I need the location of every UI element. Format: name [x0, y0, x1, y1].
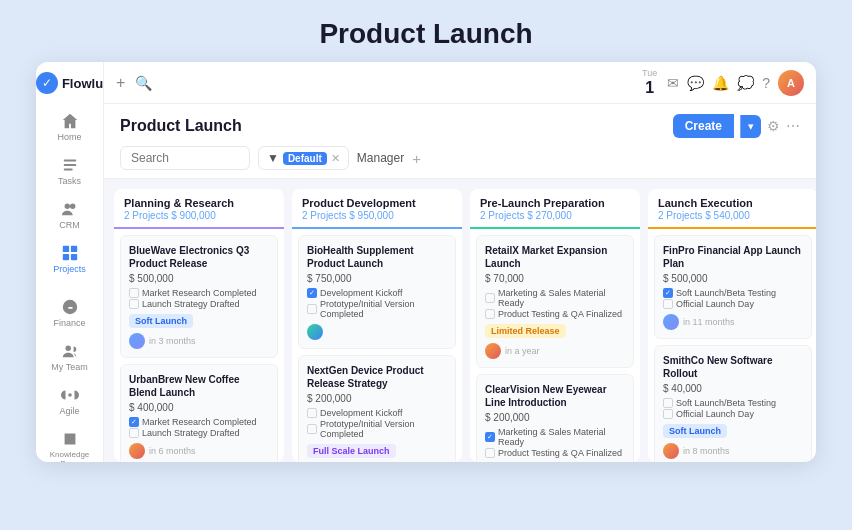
sidebar-label-agile: Agile: [59, 406, 79, 416]
card-title: FinPro Financial App Launch Plan: [663, 244, 803, 270]
column-title-execution: Launch Execution: [658, 197, 808, 209]
chat-icon[interactable]: 💬: [687, 75, 704, 91]
task-label: Market Research Completed: [142, 417, 257, 427]
card[interactable]: NextGen Device Product Release Strategy$…: [298, 355, 456, 462]
filter-icon: ▼: [267, 151, 279, 165]
card[interactable]: BlueWave Electronics Q3 Product Release$…: [120, 235, 278, 358]
bell-icon[interactable]: 🔔: [712, 75, 729, 91]
column-prelaunch: Pre-Launch Preparation2 Projects $ 270,0…: [470, 189, 640, 462]
task-label: Marketing & Sales Material Ready: [498, 427, 625, 447]
task-label: Market Research Completed: [142, 288, 257, 298]
add-button[interactable]: +: [116, 74, 125, 92]
filter-clear-icon[interactable]: ✕: [331, 152, 340, 165]
task-unchecked-icon[interactable]: [485, 309, 495, 319]
card-footer: [307, 324, 447, 340]
filter-button[interactable]: ▼ Default ✕: [258, 146, 349, 170]
more-options-button[interactable]: ⋯: [786, 118, 800, 134]
task-unchecked-icon[interactable]: [129, 299, 139, 309]
task-unchecked-icon[interactable]: [663, 398, 673, 408]
projects-icon: [61, 244, 79, 262]
column-title-planning: Planning & Research: [124, 197, 274, 209]
create-dropdown-button[interactable]: ▾: [740, 115, 761, 138]
settings-button[interactable]: ⚙: [767, 118, 780, 134]
card-task: Official Launch Day: [663, 409, 803, 419]
sidebar-item-home[interactable]: Home: [44, 106, 96, 148]
task-checked-icon[interactable]: [485, 432, 495, 442]
card-task: Product Testing & QA Finalized: [485, 448, 625, 458]
svg-point-9: [65, 346, 70, 351]
search-input[interactable]: [120, 146, 250, 170]
column-header-development: Product Development2 Projects $ 950,000: [292, 189, 462, 229]
card-title: BioHealth Supplement Product Launch: [307, 244, 447, 270]
sidebar-item-tasks[interactable]: Tasks: [44, 150, 96, 192]
task-label: Official Launch Day: [676, 409, 754, 419]
agile-icon: [61, 386, 79, 404]
svg-rect-6: [70, 246, 76, 252]
help-icon[interactable]: ?: [762, 75, 770, 91]
sidebar-item-projects[interactable]: Projects: [44, 238, 96, 280]
task-unchecked-icon[interactable]: [129, 428, 139, 438]
card-footer: in 11 months: [663, 314, 803, 330]
column-title-prelaunch: Pre-Launch Preparation: [480, 197, 630, 209]
column-cards-planning: BlueWave Electronics Q3 Product Release$…: [114, 229, 284, 462]
task-unchecked-icon[interactable]: [307, 304, 317, 314]
card[interactable]: BioHealth Supplement Product Launch$ 750…: [298, 235, 456, 349]
column-meta-development: 2 Projects $ 950,000: [302, 210, 452, 221]
card-avatar: [129, 333, 145, 349]
card[interactable]: ClearVision New Eyewear Line Introductio…: [476, 374, 634, 462]
card-task: Development Kickoff: [307, 408, 447, 418]
card[interactable]: FinPro Financial App Launch Plan$ 500,00…: [654, 235, 812, 339]
sidebar-label-finance: Finance: [53, 318, 85, 328]
task-unchecked-icon[interactable]: [485, 448, 495, 458]
svg-rect-2: [63, 169, 72, 171]
task-unchecked-icon[interactable]: [663, 409, 673, 419]
sidebar-item-knowledge[interactable]: Knowledge Base: [44, 424, 96, 462]
home-icon: [61, 112, 79, 130]
card-time: in 8 months: [683, 446, 730, 456]
mail-icon[interactable]: ✉: [667, 75, 679, 91]
card-task: Official Launch Day: [663, 299, 803, 309]
sidebar-item-agile[interactable]: Agile: [44, 380, 96, 422]
message-icon[interactable]: 💭: [737, 75, 754, 91]
task-unchecked-icon[interactable]: [485, 293, 495, 303]
sidebar-label-knowledge: Knowledge Base: [44, 450, 96, 462]
sidebar-item-finance[interactable]: Finance: [44, 292, 96, 334]
card-avatar: [307, 324, 323, 340]
crm-icon: [61, 200, 79, 218]
card[interactable]: UrbanBrew New Coffee Blend Launch$ 400,0…: [120, 364, 278, 462]
task-unchecked-icon[interactable]: [307, 408, 317, 418]
card-price: $ 500,000: [129, 273, 269, 284]
card-price: $ 40,000: [663, 383, 803, 394]
card[interactable]: RetailX Market Expansion Launch$ 70,000M…: [476, 235, 634, 368]
task-unchecked-icon[interactable]: [307, 424, 317, 434]
add-filter-button[interactable]: +: [412, 150, 421, 167]
main-area: + 🔍 Tue 1 ✉ 💬 🔔 💭 ? A Product Launch Cre…: [104, 62, 816, 462]
svg-rect-5: [62, 246, 68, 252]
create-button[interactable]: Create: [673, 114, 734, 138]
task-unchecked-icon[interactable]: [663, 299, 673, 309]
sidebar-item-myteam[interactable]: My Team: [44, 336, 96, 378]
task-checked-icon[interactable]: [663, 288, 673, 298]
task-unchecked-icon[interactable]: [129, 288, 139, 298]
card-price: $ 200,000: [485, 412, 625, 423]
column-header-execution: Launch Execution2 Projects $ 540,000: [648, 189, 816, 229]
search-button[interactable]: 🔍: [135, 75, 152, 91]
card-time: in a year: [505, 346, 540, 356]
task-label: Product Testing & QA Finalized: [498, 309, 622, 319]
sidebar-item-crm[interactable]: CRM: [44, 194, 96, 236]
svg-point-4: [70, 204, 75, 209]
card-footer: in 3 months: [129, 333, 269, 349]
header-row2: ▼ Default ✕ Manager +: [120, 146, 800, 178]
column-cards-prelaunch: RetailX Market Expansion Launch$ 70,000M…: [470, 229, 640, 462]
card-price: $ 400,000: [129, 402, 269, 413]
card-task: Soft Launch/Beta Testing: [663, 398, 803, 408]
card-task: Market Research Completed: [129, 288, 269, 298]
user-avatar[interactable]: A: [778, 70, 804, 96]
card-time: in 3 months: [149, 336, 196, 346]
task-checked-icon[interactable]: [307, 288, 317, 298]
svg-point-3: [64, 204, 69, 209]
card-task: Prototype/Initial Version Completed: [307, 419, 447, 439]
card[interactable]: SmithCo New Software Rollout$ 40,000Soft…: [654, 345, 812, 462]
task-checked-icon[interactable]: [129, 417, 139, 427]
manager-filter-button[interactable]: Manager: [357, 151, 404, 165]
